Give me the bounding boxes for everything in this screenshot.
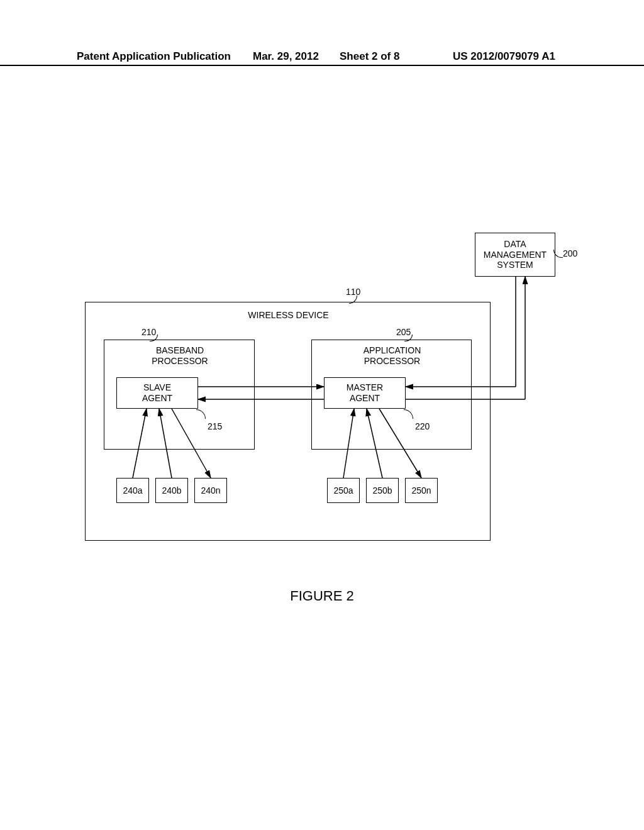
box-data-management-system: DATA MANAGEMENT SYSTEM (475, 233, 555, 277)
header-pubno: US 2012/0079079 A1 (453, 50, 555, 63)
figure-caption: FIGURE 2 (0, 588, 644, 604)
box-250a: 250a (327, 478, 360, 503)
box-master-agent: MASTER AGENT (324, 377, 406, 409)
box-250n: 250n (405, 478, 438, 503)
label-wireless-device: WIRELESS DEVICE (86, 310, 491, 321)
header-publication: Patent Application Publication (77, 50, 231, 63)
label-application-processor: APPLICATION PROCESSOR (312, 345, 472, 367)
ref-200: 200 (563, 248, 577, 258)
box-240b: 240b (155, 478, 188, 503)
box-250b: 250b (366, 478, 399, 503)
header-rule (0, 65, 644, 66)
box-slave-agent: SLAVE AGENT (116, 377, 198, 409)
header-date: Mar. 29, 2012 (253, 50, 319, 63)
page: Patent Application Publication Mar. 29, … (0, 0, 644, 830)
label-baseband-processor: BASEBAND PROCESSOR (104, 345, 255, 367)
ref-215: 215 (208, 421, 222, 431)
ref-220: 220 (415, 421, 430, 431)
box-240n: 240n (194, 478, 227, 503)
box-240a: 240a (116, 478, 149, 503)
header-sheet: Sheet 2 of 8 (340, 50, 399, 63)
